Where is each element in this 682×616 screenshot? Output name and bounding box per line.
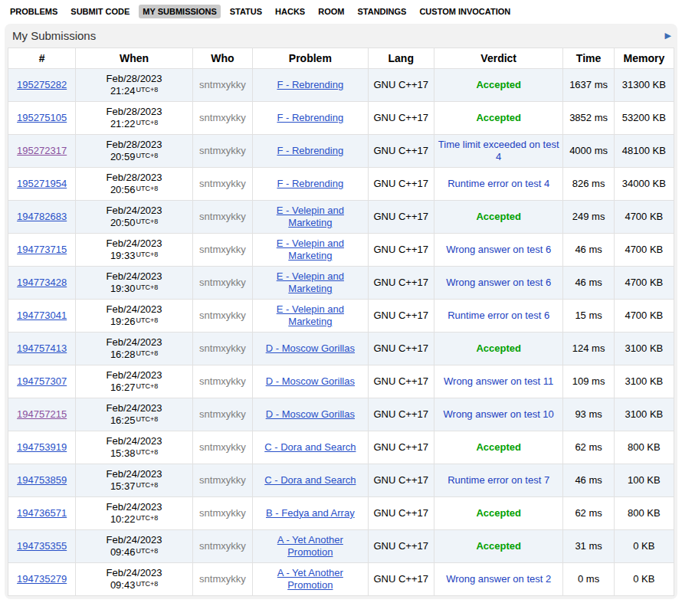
submission-row: 195271954Feb/28/202320:56UTC+8sntmxykkyF… xyxy=(8,168,674,201)
submission-id-link[interactable]: 194757215 xyxy=(17,408,67,420)
cell-when: Feb/28/202321:24UTC+8 xyxy=(76,69,193,102)
problem-link[interactable]: F - Rebrending xyxy=(277,112,343,123)
problem-link[interactable]: F - Rebrending xyxy=(277,145,343,156)
cell-when: Feb/24/202320:50UTC+8 xyxy=(76,201,193,234)
author-link[interactable]: sntmxykky xyxy=(199,211,246,222)
submission-id-link[interactable]: 195272317 xyxy=(17,145,67,156)
problem-link[interactable]: A - Yet Another Promotion xyxy=(277,567,343,591)
author-link[interactable]: sntmxykky xyxy=(199,474,246,486)
problem-link[interactable]: E - Velepin and Marketing xyxy=(277,238,344,261)
author-link[interactable]: sntmxykky xyxy=(199,277,246,288)
problem-link[interactable]: E - Velepin and Marketing xyxy=(277,205,344,228)
submission-id-link[interactable]: 194773428 xyxy=(17,277,67,288)
submission-time: 20:50UTC+8 xyxy=(79,217,189,229)
cell-exec-time: 46 ms xyxy=(563,234,614,267)
cell-when: Feb/24/202309:43UTC+8 xyxy=(76,563,193,596)
author-link[interactable]: sntmxykky xyxy=(199,342,246,354)
column-header-verdict: Verdict xyxy=(434,48,563,69)
cell-submission-id: 194757215 xyxy=(8,398,76,431)
submission-date: Feb/24/2023 xyxy=(79,567,189,579)
cell-submission-id: 194773041 xyxy=(8,300,76,333)
nav-item-problems[interactable]: PROBLEMS xyxy=(6,5,61,18)
problem-link[interactable]: C - Dora and Search xyxy=(264,441,356,453)
column-header-memory: Memory xyxy=(614,48,674,69)
problem-link[interactable]: E - Velepin and Marketing xyxy=(277,270,344,294)
cell-language: GNU C++17 xyxy=(368,267,434,300)
nav-item-my-submissions[interactable]: MY SUBMISSIONS xyxy=(139,5,220,18)
verdict-text: Accepted xyxy=(476,507,521,519)
author-link[interactable]: sntmxykky xyxy=(199,408,246,420)
author-link[interactable]: sntmxykky xyxy=(199,145,246,156)
cell-when: Feb/24/202316:28UTC+8 xyxy=(76,333,193,365)
cell-memory: 4700 KB xyxy=(614,267,674,300)
cell-author: sntmxykky xyxy=(192,464,252,497)
submission-id-link[interactable]: 194735279 xyxy=(17,573,67,585)
submission-id-link[interactable]: 194735355 xyxy=(17,540,67,552)
cell-when: Feb/24/202315:38UTC+8 xyxy=(76,431,193,464)
cell-memory: 800 KB xyxy=(614,431,674,464)
cell-verdict: Accepted xyxy=(434,102,563,135)
timezone-label: UTC+8 xyxy=(136,152,158,159)
submission-id-link[interactable]: 194753919 xyxy=(17,441,67,453)
submission-date: Feb/24/2023 xyxy=(79,435,189,447)
submission-id-link[interactable]: 194757413 xyxy=(17,342,67,354)
submission-id-link[interactable]: 194773041 xyxy=(17,310,67,321)
cell-problem: F - Rebrending xyxy=(253,135,369,168)
submission-id-link[interactable]: 195275282 xyxy=(17,79,67,90)
author-link[interactable]: sntmxykky xyxy=(199,244,246,255)
submission-id-link[interactable]: 195271954 xyxy=(17,178,67,189)
submission-date: Feb/28/2023 xyxy=(79,73,189,85)
nav-item-status[interactable]: STATUS xyxy=(226,5,266,18)
cell-exec-time: 4000 ms xyxy=(563,135,614,168)
submission-id-link[interactable]: 194782683 xyxy=(17,211,67,222)
cell-problem: F - Rebrending xyxy=(253,69,369,102)
nav-item-submit-code[interactable]: SUBMIT CODE xyxy=(67,5,133,18)
author-link[interactable]: sntmxykky xyxy=(199,540,246,552)
author-link[interactable]: sntmxykky xyxy=(199,375,246,387)
cell-memory: 34000 KB xyxy=(614,168,674,201)
problem-link[interactable]: F - Rebrending xyxy=(277,79,343,90)
nav-item-hacks[interactable]: HACKS xyxy=(271,5,309,18)
author-link[interactable]: sntmxykky xyxy=(199,112,246,123)
cell-submission-id: 194735279 xyxy=(8,563,76,596)
author-link[interactable]: sntmxykky xyxy=(199,507,246,519)
submission-id-link[interactable]: 194736571 xyxy=(17,507,67,519)
cell-exec-time: 0 ms xyxy=(563,563,614,596)
submission-id-link[interactable]: 194773715 xyxy=(17,244,67,255)
nav-item-room[interactable]: ROOM xyxy=(314,5,348,18)
problem-link[interactable]: D - Moscow Gorillas xyxy=(266,342,355,354)
problem-link[interactable]: D - Moscow Gorillas xyxy=(266,375,355,387)
cell-verdict: Wrong answer on test 6 xyxy=(434,234,563,267)
expand-arrow-icon[interactable]: ▶ xyxy=(665,31,671,40)
author-link[interactable]: sntmxykky xyxy=(199,441,246,453)
problem-link[interactable]: D - Moscow Gorillas xyxy=(266,408,355,420)
submission-date: Feb/24/2023 xyxy=(79,402,189,414)
cell-exec-time: 124 ms xyxy=(563,333,614,365)
cell-when: Feb/24/202309:46UTC+8 xyxy=(76,530,193,563)
cell-author: sntmxykky xyxy=(192,333,252,365)
verdict-text: Time limit exceeded on test 4 xyxy=(438,139,559,162)
timezone-label: UTC+8 xyxy=(136,547,158,555)
cell-when: Feb/24/202316:27UTC+8 xyxy=(76,365,193,398)
submission-row: 195272317Feb/28/202320:59UTC+8sntmxykkyF… xyxy=(8,135,674,168)
author-link[interactable]: sntmxykky xyxy=(199,178,246,189)
submission-time: 09:46UTC+8 xyxy=(79,546,189,559)
problem-link[interactable]: B - Fedya and Array xyxy=(266,507,355,519)
problem-link[interactable]: A - Yet Another Promotion xyxy=(277,534,343,558)
problem-link[interactable]: C - Dora and Search xyxy=(264,474,356,486)
submission-id-link[interactable]: 194757307 xyxy=(17,375,67,387)
problem-link[interactable]: F - Rebrending xyxy=(277,178,343,189)
timezone-label: UTC+8 xyxy=(136,448,158,456)
submission-id-link[interactable]: 194753859 xyxy=(17,474,67,486)
timezone-label: UTC+8 xyxy=(136,382,158,390)
author-link[interactable]: sntmxykky xyxy=(199,79,246,90)
author-link[interactable]: sntmxykky xyxy=(199,310,246,321)
cell-problem: A - Yet Another Promotion xyxy=(253,530,369,563)
problem-link[interactable]: E - Velepin and Marketing xyxy=(277,303,344,327)
nav-item-standings[interactable]: STANDINGS xyxy=(353,5,410,18)
page-title: My Submissions xyxy=(12,29,96,42)
submission-id-link[interactable]: 195275105 xyxy=(17,112,67,123)
nav-item-custom-invocation[interactable]: CUSTOM INVOCATION xyxy=(415,5,514,18)
author-link[interactable]: sntmxykky xyxy=(199,573,246,585)
cell-problem: E - Velepin and Marketing xyxy=(253,201,369,234)
